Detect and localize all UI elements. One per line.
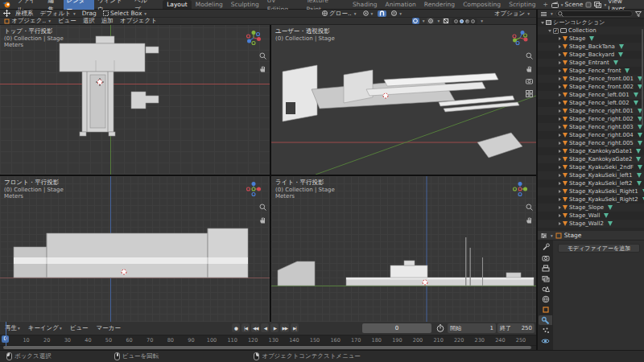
physics-tab[interactable] <box>539 336 552 346</box>
disclosure-collapsed-icon[interactable] <box>559 69 561 72</box>
outliner-object-row[interactable]: Stage_KankokyaGate2 <box>538 155 644 163</box>
play-button[interactable]: ▶ <box>270 323 279 332</box>
workspace-tab[interactable]: Scripting <box>505 0 539 9</box>
disclosure-collapsed-icon[interactable] <box>559 93 561 97</box>
disclosure-collapsed-icon[interactable] <box>559 85 561 88</box>
pan-hand-icon[interactable] <box>526 65 533 72</box>
disclosure-collapsed-icon[interactable] <box>559 214 561 217</box>
disclosure-collapsed-icon[interactable] <box>559 222 561 225</box>
view-layer-tab[interactable] <box>539 274 552 283</box>
disclosure-collapsed-icon[interactable] <box>559 109 561 113</box>
outliner-object-row[interactable]: Stage_Fence_front <box>538 67 644 75</box>
snap-toggle[interactable] <box>378 10 386 17</box>
disclosure-collapsed-icon[interactable] <box>559 45 561 48</box>
proportional-editing-dropdown[interactable] <box>390 10 403 16</box>
disclosure-collapsed-icon[interactable] <box>559 142 561 145</box>
outliner-scene-collection-row[interactable]: シーンコレクション <box>538 19 644 27</box>
outliner-object-row[interactable]: Stage_Entrant <box>538 59 644 67</box>
pivot-point-dropdown[interactable] <box>361 10 375 16</box>
outliner-object-row[interactable]: Stage_Fence_left.002 <box>538 99 644 107</box>
viewport-menu-item[interactable]: 選択 <box>81 17 97 25</box>
disclosure-collapsed-icon[interactable] <box>559 37 561 40</box>
outliner-object-row[interactable]: Stage_Fence_front.002 <box>538 83 644 91</box>
add-modifier-button[interactable]: モディファイアーを追加 <box>558 244 640 253</box>
outliner-object-row[interactable]: Stage_Wall <box>538 212 644 220</box>
outliner-object-row[interactable]: Stage <box>538 35 644 43</box>
outliner-collection-row[interactable]: Collection <box>538 27 644 35</box>
outliner-object-row[interactable]: Stage_Slope <box>538 204 644 212</box>
viewport-menu-item[interactable]: 追加 <box>100 17 115 25</box>
toggle-perspective-icon[interactable] <box>526 90 533 97</box>
outliner-object-row[interactable]: Stage_KyakuSeki_2ndF <box>538 163 644 171</box>
outliner-object-row[interactable]: Stage_Fence_right.005 <box>538 139 644 147</box>
disclosure-collapsed-icon[interactable] <box>559 61 561 64</box>
workspace-tab[interactable]: Animation <box>382 0 420 9</box>
outliner-search[interactable] <box>555 10 633 17</box>
show-gizmo-toggle[interactable] <box>412 18 419 24</box>
pan-hand-icon[interactable] <box>526 216 533 224</box>
disclosure-collapsed-icon[interactable] <box>559 206 561 209</box>
rendered-shading-button[interactable] <box>471 19 475 23</box>
particles-tab[interactable] <box>539 326 552 335</box>
add-workspace-button[interactable]: + <box>540 1 551 8</box>
disclosure-expanded-icon[interactable] <box>548 30 551 32</box>
viewport-bottom-right[interactable]: ライト・平行投影 (0) Collection | Stage Meters <box>271 176 536 322</box>
tool-tab[interactable] <box>539 242 552 252</box>
outliner-object-row[interactable]: Stage_KyakuSeki_Right1 <box>538 187 644 195</box>
render-tab[interactable] <box>539 253 552 262</box>
workspace-tab[interactable]: Rendering <box>420 0 459 9</box>
material-preview-button[interactable] <box>465 19 469 23</box>
show-overlays-toggle[interactable] <box>427 18 434 24</box>
outliner-object-row[interactable]: Stage_Fence_left.001 <box>538 91 644 99</box>
navigation-gizmo[interactable] <box>512 30 528 47</box>
disclosure-collapsed-icon[interactable] <box>559 150 561 153</box>
scene-selector[interactable]: Scene <box>551 1 584 8</box>
output-tab[interactable] <box>539 263 552 273</box>
navigation-gizmo[interactable] <box>512 181 528 199</box>
disclosure-collapsed-icon[interactable] <box>559 117 561 121</box>
blender-logo-icon[interactable] <box>2 1 12 9</box>
current-frame-field[interactable]: 0 <box>362 323 431 333</box>
workspace-tab[interactable]: Shading <box>349 0 381 9</box>
move-tool-icon[interactable] <box>3 10 10 17</box>
viewport-top-right[interactable]: ユーザー・透視投影 (0) Collection | Stage <box>271 25 536 175</box>
workspace-tab[interactable]: Sculpting <box>227 0 263 9</box>
filter-icon[interactable] <box>635 11 642 17</box>
outliner-object-row[interactable]: Stage_KyakuSeki_left1 <box>538 171 644 179</box>
navigation-gizmo[interactable] <box>246 30 262 47</box>
options-dropdown[interactable]: オプション <box>493 10 531 18</box>
outliner-object-row[interactable]: Stage_Fence_right.001 <box>538 107 644 115</box>
timeline-menu-item[interactable]: ビュー <box>68 324 90 332</box>
outliner-object-row[interactable]: Stage_Wall2 <box>538 220 644 228</box>
modifiers-tab[interactable] <box>539 315 552 325</box>
viewport-menu-item[interactable]: ビュー <box>56 17 78 25</box>
select-box-dropdown[interactable]: Select Box <box>101 10 148 17</box>
outliner-object-row[interactable]: Stage_Fence_front.001 <box>538 75 644 83</box>
disclosure-collapsed-icon[interactable] <box>559 166 561 169</box>
timeline-menu-item[interactable]: マーカー <box>95 324 122 332</box>
editor-type-icon[interactable] <box>540 232 547 239</box>
outliner-object-row[interactable]: Stage_KankokyaGate1 <box>538 147 644 155</box>
new-scene-button[interactable] <box>585 2 592 8</box>
disclosure-collapsed-icon[interactable] <box>559 53 561 56</box>
workspace-tab[interactable]: Modeling <box>192 0 227 9</box>
outliner-display-mode-icon[interactable] <box>540 11 547 17</box>
viewport-bottom-left[interactable]: フロント・平行投影 (0) Collection | Stage Meters <box>0 176 270 322</box>
wireframe-shading-button[interactable] <box>454 19 458 23</box>
next-keyframe-button[interactable]: ▶▶ <box>280 323 288 332</box>
outliner-object-row[interactable]: Stage_Fence_right.002 <box>538 115 644 123</box>
camera-view-icon[interactable] <box>526 78 533 84</box>
zoom-icon[interactable] <box>259 204 266 211</box>
disclosure-collapsed-icon[interactable] <box>559 101 561 105</box>
viewport-top-left[interactable]: トップ・平行投影 (0) Collection | Stage Meters <box>0 25 270 175</box>
workspace-tab[interactable]: Compositing <box>459 0 505 9</box>
zoom-icon[interactable] <box>526 204 533 211</box>
toggle-xray[interactable] <box>442 18 449 24</box>
disclosure-collapsed-icon[interactable] <box>559 182 561 185</box>
workspace-tab[interactable]: Layout <box>163 0 192 9</box>
disclosure-collapsed-icon[interactable] <box>559 125 561 129</box>
disclosure-collapsed-icon[interactable] <box>559 190 561 193</box>
world-tab[interactable] <box>539 294 552 304</box>
pan-hand-icon[interactable] <box>259 216 266 224</box>
solid-shading-button[interactable] <box>460 19 464 23</box>
